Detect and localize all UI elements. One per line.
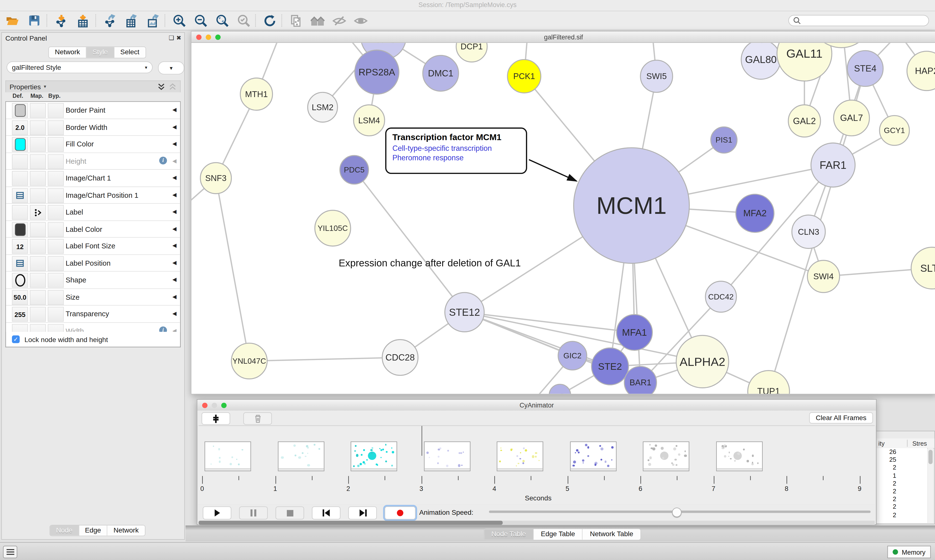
- byp-cell[interactable]: [48, 120, 64, 135]
- frame-thumbnail-1[interactable]: [205, 442, 251, 471]
- def-cell[interactable]: [12, 137, 28, 152]
- table-row[interactable]: 25: [876, 456, 927, 464]
- node-pdc5[interactable]: PDC5: [340, 155, 369, 184]
- byp-cell[interactable]: [48, 222, 64, 237]
- export-table-icon[interactable]: [123, 13, 140, 28]
- node-mcm1[interactable]: MCM1: [574, 148, 689, 263]
- node-dcp1[interactable]: DCP1: [456, 43, 487, 62]
- node-bar1[interactable]: BAR1: [624, 366, 656, 394]
- table-row[interactable]: 2: [876, 480, 927, 487]
- node-mfa2[interactable]: MFA2: [736, 194, 774, 232]
- frame-thumbnail-7[interactable]: [643, 442, 689, 471]
- def-cell[interactable]: [12, 222, 28, 237]
- node-lsm2[interactable]: LSM2: [308, 92, 338, 122]
- edge[interactable]: [354, 170, 464, 312]
- node-pck1[interactable]: PCK1: [508, 60, 541, 93]
- def-cell[interactable]: [12, 273, 28, 288]
- expand-row-icon[interactable]: ◀: [173, 175, 176, 180]
- node-gal11[interactable]: GAL11: [777, 43, 832, 81]
- node-ynl047c[interactable]: YNL047C: [231, 343, 267, 379]
- table-row[interactable]: 2: [876, 495, 927, 503]
- node-snf3[interactable]: SNF3: [201, 163, 231, 194]
- zoom-in-icon[interactable]: [170, 13, 188, 28]
- map-cell[interactable]: [30, 290, 46, 305]
- expand-row-icon[interactable]: ◀: [173, 293, 176, 299]
- column-ity[interactable]: ity: [878, 440, 885, 447]
- def-cell[interactable]: [12, 205, 28, 220]
- node-gal2[interactable]: GAL2: [788, 105, 821, 137]
- close-panel-icon[interactable]: ✖: [176, 35, 181, 41]
- node-rps28a[interactable]: RPS28A: [355, 50, 399, 94]
- add-frame-button[interactable]: [202, 412, 230, 425]
- table-row[interactable]: 26: [876, 448, 927, 456]
- map-cell[interactable]: [30, 171, 46, 186]
- tab-network[interactable]: Network: [49, 47, 87, 58]
- style-dropdown[interactable]: galFiltered Style ▾: [6, 61, 153, 73]
- frame-thumbnail-8[interactable]: [716, 442, 762, 471]
- node-hap2[interactable]: HAP2: [907, 51, 935, 91]
- delete-frame-button[interactable]: [243, 412, 272, 425]
- table-row[interactable]: 2: [876, 503, 927, 511]
- byp-cell[interactable]: [48, 137, 64, 152]
- property-row-image-chart-position-1[interactable]: Image/Chart Position 1◀: [6, 187, 180, 204]
- def-cell[interactable]: 50.0: [12, 290, 28, 305]
- import-table-icon[interactable]: [74, 13, 92, 28]
- property-row-size[interactable]: 50.0Size◀: [6, 289, 180, 306]
- byp-cell[interactable]: [48, 290, 64, 305]
- property-row-label[interactable]: Label◀: [6, 204, 180, 221]
- def-cell[interactable]: [12, 188, 28, 203]
- byp-cell[interactable]: [48, 103, 64, 118]
- def-cell[interactable]: [12, 171, 28, 186]
- panel-tab-node[interactable]: Node: [50, 525, 79, 536]
- map-cell[interactable]: [30, 154, 46, 169]
- column-stress[interactable]: Stres: [907, 440, 927, 447]
- export-image-icon[interactable]: [144, 13, 162, 28]
- property-row-label-position[interactable]: Label Position◀: [6, 255, 180, 272]
- property-row-label-font-size[interactable]: 12Label Font Size◀: [6, 238, 180, 255]
- expand-row-icon[interactable]: ◀: [173, 106, 176, 112]
- byp-cell[interactable]: [48, 154, 64, 169]
- network-canvas[interactable]: RPS28AMTH1LSM2LSM4DMC1DCP1PCK1SWI5GAL80G…: [191, 43, 935, 394]
- frame-thumbnail-6[interactable]: [570, 442, 616, 471]
- node-mfa1[interactable]: MFA1: [617, 315, 652, 350]
- pause-button[interactable]: [239, 506, 268, 520]
- table-row[interactable]: 1: [876, 472, 927, 480]
- collapse-all-icon[interactable]: [169, 83, 176, 91]
- play-button[interactable]: [203, 506, 231, 520]
- expand-row-icon[interactable]: ◀: [173, 208, 176, 214]
- byp-cell[interactable]: [48, 307, 64, 322]
- annotation-box[interactable]: Transcription factor MCM1 Cell-type-spec…: [385, 128, 527, 174]
- node-cln3[interactable]: CLN3: [792, 215, 825, 248]
- frame-thumbnail-3[interactable]: [350, 442, 397, 471]
- def-cell[interactable]: [12, 154, 28, 169]
- refresh-icon[interactable]: [261, 13, 279, 28]
- node-lsm4[interactable]: LSM4: [353, 105, 384, 136]
- table-row[interactable]: 2: [876, 511, 927, 518]
- show-all-icon[interactable]: [352, 13, 370, 28]
- frame-thumbnail-4[interactable]: [424, 442, 470, 471]
- lock-size-checkbox[interactable]: ✓: [12, 335, 20, 343]
- table-scrollbar[interactable]: [928, 448, 933, 523]
- property-row-transparency[interactable]: 255Transparency◀: [6, 306, 180, 323]
- tab-node-table[interactable]: Node Table: [484, 529, 534, 540]
- speed-slider-thumb[interactable]: [672, 508, 681, 517]
- copy-network-icon[interactable]: [287, 13, 305, 28]
- network-window-titlebar[interactable]: galFiltered.sif: [191, 32, 935, 43]
- save-icon[interactable]: [25, 13, 43, 28]
- expand-row-icon[interactable]: ◀: [173, 191, 176, 197]
- def-cell[interactable]: 12: [12, 239, 28, 254]
- node-gcy1[interactable]: GCY1: [879, 115, 909, 145]
- node-alpha2[interactable]: ALPHA2: [676, 335, 729, 388]
- node-cutbottom[interactable]: [549, 385, 571, 394]
- expand-row-icon[interactable]: ◀: [173, 243, 176, 248]
- map-cell[interactable]: [30, 205, 46, 220]
- map-cell[interactable]: [30, 120, 46, 135]
- property-row-height[interactable]: Heighti◀: [6, 153, 180, 170]
- map-cell[interactable]: [30, 239, 46, 254]
- expand-row-icon[interactable]: ◀: [173, 141, 176, 146]
- table-scrollbar-thumb[interactable]: [929, 450, 933, 464]
- byp-cell[interactable]: [48, 273, 64, 288]
- node-pis1[interactable]: PIS1: [711, 127, 737, 153]
- node-mth1[interactable]: MTH1: [240, 78, 273, 110]
- node-gal80[interactable]: GAL80: [741, 43, 781, 79]
